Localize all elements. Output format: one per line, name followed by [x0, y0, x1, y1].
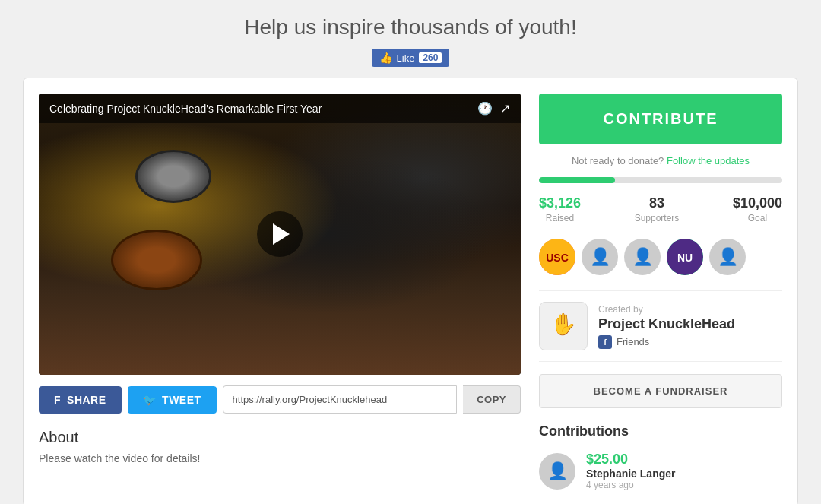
creator-name: Project KnuckleHead — [598, 316, 782, 332]
person-icon-2: 👤 — [632, 247, 653, 267]
avatar-4: NU — [667, 239, 703, 275]
stats-row: $3,126 Raised 83 Supporters $10,000 Goal — [539, 195, 782, 223]
created-by-label: Created by — [598, 304, 782, 315]
share-label: SHARE — [67, 394, 106, 406]
supporters-avatars: USC 👤 👤 NU 👤 — [539, 239, 782, 275]
left-column: Celebrating Project KnuckleHead's Remark… — [39, 94, 521, 490]
contribute-button[interactable]: CONTRIBUTE — [539, 94, 782, 144]
drum-visual-2 — [135, 150, 211, 203]
goal-value: $10,000 — [733, 195, 782, 211]
contribution-info: $25.00 Stephanie Langer 4 years ago — [586, 452, 675, 490]
fundraiser-label: BECOME A FUNDRAISER — [594, 385, 728, 397]
goal-stat: $10,000 Goal — [733, 195, 782, 223]
like-button[interactable]: 👍 Like 260 — [372, 49, 450, 67]
like-count: 260 — [419, 52, 442, 63]
nu-logo: NU — [667, 239, 703, 275]
fb-friends: f Friends — [598, 335, 782, 349]
video-icons: 🕐 ↗ — [477, 101, 510, 116]
avatar-2: 👤 — [582, 239, 618, 275]
page-header: Help us inspire thousands of youth! 👍 Li… — [0, 0, 821, 78]
twitter-icon: 🐦 — [143, 394, 157, 406]
copy-button[interactable]: COPY — [463, 385, 521, 414]
tweet-button[interactable]: 🐦 TWEET — [128, 386, 217, 414]
contributions-title: Contributions — [539, 423, 782, 439]
contribution-time: 4 years ago — [586, 480, 675, 490]
supporters-label: Supporters — [635, 213, 680, 223]
contributor-name: Stephanie Langer — [586, 468, 675, 480]
raised-value: $3,126 — [539, 195, 581, 211]
main-container: Celebrating Project KnuckleHead's Remark… — [23, 78, 798, 504]
about-section: About Please watch the video for details… — [39, 429, 521, 464]
project-knucklehead-logo: ✋ — [544, 307, 582, 345]
contribution-item: 👤 $25.00 Stephanie Langer 4 years ago — [539, 452, 782, 490]
drum-visual — [111, 230, 202, 290]
avatar-5: 👤 — [709, 239, 746, 275]
video-player[interactable]: Celebrating Project KnuckleHead's Remark… — [39, 94, 521, 375]
about-text: Please watch the video for details! — [39, 452, 521, 464]
svg-text:✋: ✋ — [550, 312, 577, 337]
usc-logo: USC — [539, 239, 575, 275]
contribute-label: CONTRIBUTE — [603, 110, 718, 127]
play-button[interactable] — [257, 211, 303, 257]
share-icon: ↗ — [500, 101, 510, 116]
tweet-label: TWEET — [162, 394, 201, 406]
right-column: CONTRIBUTE Not ready to donate? Follow t… — [539, 94, 782, 490]
facebook-share-button[interactable]: f SHARE — [39, 386, 122, 414]
contribution-amount: $25.00 — [586, 452, 675, 468]
creator-logo: ✋ — [539, 302, 588, 350]
about-title: About — [39, 429, 521, 446]
creator-section: ✋ Created by Project KnuckleHead f Frien… — [539, 290, 782, 362]
supporters-value: 83 — [635, 195, 680, 211]
contributor-person-icon: 👤 — [547, 461, 568, 481]
like-label: Like — [397, 52, 415, 64]
thumbs-up-icon: 👍 — [379, 52, 392, 64]
avatar-3: 👤 — [624, 239, 661, 275]
page-title: Help us inspire thousands of youth! — [0, 15, 821, 40]
copy-label: COPY — [477, 394, 506, 405]
creator-info: Created by Project KnuckleHead f Friends — [598, 304, 782, 349]
progress-bar — [539, 177, 782, 183]
follow-updates-link[interactable]: Follow the updates — [667, 155, 750, 166]
supporters-stat: 83 Supporters — [635, 195, 680, 223]
raised-stat: $3,126 Raised — [539, 195, 581, 223]
play-icon — [273, 223, 290, 245]
video-title: Celebrating Project KnuckleHead's Remark… — [49, 103, 322, 115]
person-icon-3: 👤 — [718, 247, 738, 267]
person-icon-1: 👤 — [590, 247, 610, 267]
svg-text:NU: NU — [677, 252, 693, 264]
video-title-bar: Celebrating Project KnuckleHead's Remark… — [39, 94, 521, 123]
facebook-icon: f — [54, 394, 61, 406]
raised-label: Raised — [539, 213, 581, 223]
share-url-input[interactable] — [223, 385, 458, 414]
contribution-avatar: 👤 — [539, 453, 575, 490]
avatar-1: USC — [539, 239, 575, 275]
goal-label: Goal — [733, 213, 782, 223]
share-bar: f SHARE 🐦 TWEET COPY — [39, 385, 521, 414]
fb-friends-label: Friends — [617, 336, 649, 347]
facebook-icon-small: f — [598, 335, 612, 349]
clock-icon: 🕐 — [477, 101, 493, 116]
svg-text:USC: USC — [546, 252, 569, 264]
become-fundraiser-button[interactable]: BECOME A FUNDRAISER — [539, 374, 782, 408]
progress-fill — [539, 177, 615, 183]
not-ready-text: Not ready to donate? Follow the updates — [539, 155, 782, 166]
